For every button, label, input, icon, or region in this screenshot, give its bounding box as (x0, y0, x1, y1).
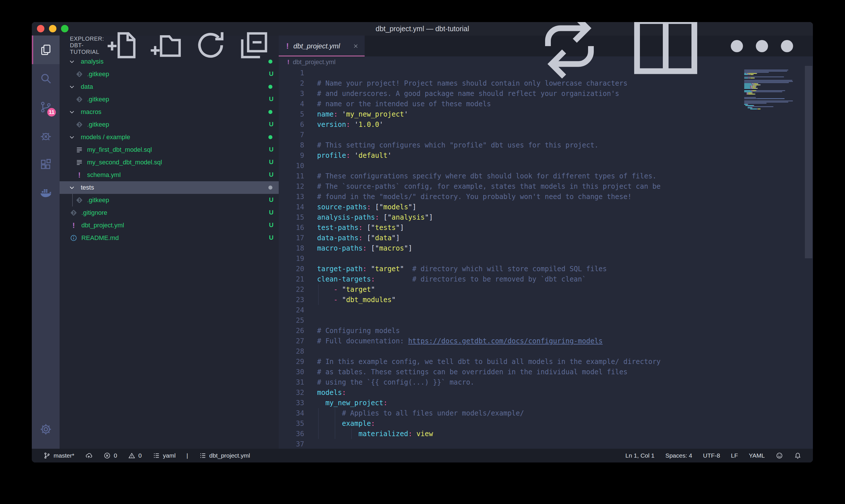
tree-item-label: macros (81, 108, 102, 116)
activity-item-source-control[interactable]: 11 (32, 93, 59, 122)
status-right-spaces-4[interactable]: Spaces: 4 (665, 452, 692, 459)
sql-icon (76, 159, 83, 166)
tree-item-label: README.md (82, 234, 119, 242)
tree-item-schema-yml[interactable]: !schema.ymlU (59, 169, 279, 181)
code-token: target-path (317, 265, 363, 273)
chevron-down-icon (69, 109, 75, 115)
editor-scrollbar[interactable] (804, 66, 813, 447)
code-line-19: 19 (279, 253, 800, 264)
code-token (317, 296, 334, 304)
minimap-line (744, 87, 750, 88)
tree-item-dbt-project-yml[interactable]: !dbt_project.ymlU (59, 219, 279, 232)
close-window-button[interactable] (37, 25, 44, 32)
minimap-line (753, 87, 755, 88)
tree-item-data[interactable]: data (59, 80, 279, 93)
status-left-list-checks[interactable]: dbt_project.yml (199, 452, 250, 459)
code-line-5: 5name: 'my_new_project' (279, 109, 800, 120)
minimap[interactable] (742, 68, 800, 449)
code-text: # name or the intended use of these mode… (317, 99, 491, 109)
code-link[interactable]: https://docs.getdbt.com/docs/configuring… (408, 337, 603, 345)
code-token: [" (367, 244, 379, 252)
status-left-branch[interactable]: master* (43, 452, 74, 459)
line-number: 12 (279, 181, 304, 192)
minimize-window-button[interactable] (49, 25, 56, 32)
tree-item-models-example[interactable]: models / example (59, 131, 279, 143)
code-token: "] (425, 213, 433, 221)
debug-icon (39, 129, 52, 142)
git-untracked-badge: U (269, 196, 273, 204)
status-right-ln-1-col-1[interactable]: Ln 1, Col 1 (625, 452, 654, 459)
minimap-line (757, 83, 758, 84)
list-checks-icon (199, 452, 206, 459)
minimap-line (744, 91, 752, 92)
status-right-yaml[interactable]: YAML (749, 452, 765, 459)
tree-item--gitkeep[interactable]: .gitkeepU (59, 118, 279, 131)
tab-close-icon[interactable] (353, 43, 359, 49)
code-line-27: 27# Full documentation: https://docs.get… (279, 336, 800, 346)
activity-item-debug[interactable] (32, 122, 59, 150)
tree-item-my-second-dbt-model-sql[interactable]: my_second_dbt_model.sqlU (59, 156, 279, 169)
tree-item-macros[interactable]: macros (59, 106, 279, 118)
tree-item-my-first-dbt-model-sql[interactable]: my_first_dbt_model.sqlU (59, 143, 279, 156)
code-text: # The `source-paths` config, for example… (317, 181, 661, 192)
zoom-window-button[interactable] (61, 25, 69, 32)
status-right-bell[interactable] (794, 452, 802, 459)
activity-item-docker[interactable] (32, 179, 59, 207)
line-number: 32 (279, 388, 304, 398)
code-token: # and underscores. A good package name s… (317, 90, 619, 98)
code-text: profile: 'default' (317, 150, 392, 161)
code-line-18: 18macro-paths: ["macros"] (279, 243, 800, 253)
settings-gear-icon[interactable] (32, 415, 59, 444)
status-right-smiley[interactable] (776, 452, 783, 459)
git-untracked-badge: U (269, 234, 273, 241)
minimap-line (756, 88, 758, 89)
git-icon (76, 96, 83, 103)
code-text: clean-targets: # directories to be remov… (317, 274, 586, 284)
tree-item-analysis[interactable]: analysis (59, 55, 279, 68)
breadcrumb-label: dbt_project.yml (293, 58, 336, 66)
code-token: dbt_modules (346, 296, 392, 304)
status-right-lf[interactable]: LF (731, 452, 738, 459)
status-left-cloud-upload[interactable] (85, 452, 92, 459)
code-text: # found in the "models/" directory. You … (317, 192, 632, 202)
tree-item--gitignore[interactable]: .gitignoreU (59, 206, 279, 219)
code-token: data (375, 234, 392, 242)
line-number: 9 (279, 150, 304, 161)
yaml-warning-icon: ! (70, 222, 77, 229)
explorer-header: EXPLORER: DBT-TUTORIAL (59, 36, 279, 55)
tree-item--gitkeep[interactable]: .gitkeepU (59, 194, 279, 206)
code-editor[interactable]: 12# Name your project! Project names sho… (279, 68, 800, 449)
tree-item--gitkeep[interactable]: .gitkeepU (59, 68, 279, 80)
minimap-line (744, 85, 753, 85)
code-token: view (412, 430, 433, 438)
code-line-20: 20target-path: "target" # directory whic… (279, 264, 800, 274)
activity-item-explorer[interactable] (32, 36, 59, 64)
code-token: : (363, 265, 367, 273)
minimap-line (744, 86, 750, 87)
code-line-4: 4# name or the intended use of these mod… (279, 99, 800, 109)
minimap-line (750, 78, 754, 78)
status-left-error-circle[interactable]: 0 (103, 452, 117, 459)
code-text: version: '1.0.0' (317, 120, 383, 130)
status-right-utf-8[interactable]: UTF-8 (703, 452, 720, 459)
status-left-warning-triangle[interactable]: 0 (128, 452, 142, 459)
line-number: 18 (279, 243, 304, 253)
git-untracked-badge: U (269, 146, 273, 153)
code-line-2: 2# Name your project! Project names shou… (279, 78, 800, 89)
tree-item-readme-md[interactable]: README.mdU (59, 232, 279, 244)
minimap-line (753, 90, 756, 91)
scrollbar-thumb[interactable] (805, 66, 812, 258)
minimap-line (748, 107, 752, 108)
tree-item-tests[interactable]: tests (59, 181, 279, 194)
status-label: LF (731, 452, 738, 459)
tree-item--gitkeep[interactable]: .gitkeepU (59, 93, 279, 106)
activity-item-extensions[interactable] (32, 150, 59, 179)
activity-item-search[interactable] (32, 64, 59, 93)
code-text: test-paths: ["tests"] (317, 222, 404, 233)
code-text: my_new_project: (317, 398, 388, 408)
tab-dbt-project-yml[interactable]: ! dbt_project.yml (279, 36, 365, 56)
status-left--[interactable]: | (186, 452, 188, 459)
activity-bar: 11 (32, 36, 59, 449)
status-left-list-checks[interactable]: yaml (153, 452, 176, 459)
smiley-icon (776, 452, 783, 459)
